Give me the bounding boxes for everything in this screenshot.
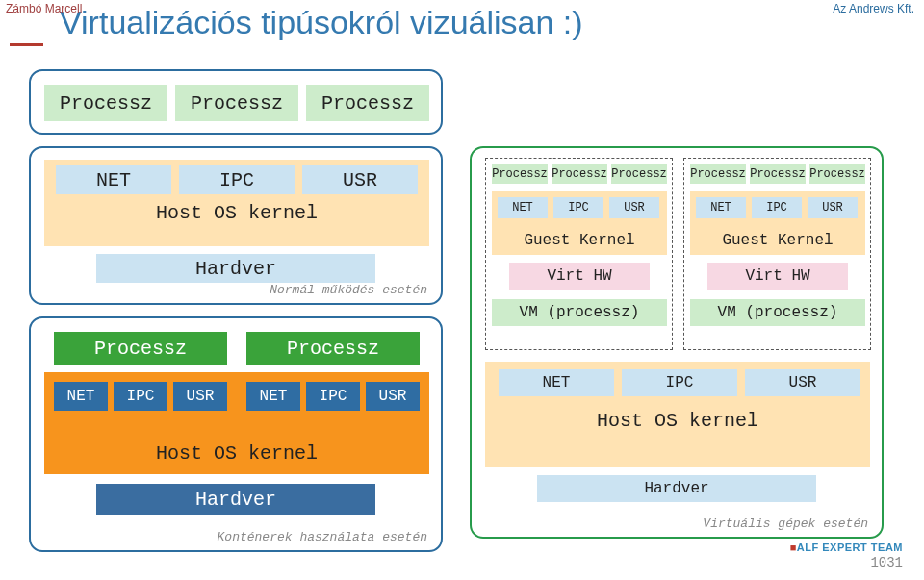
hardware-box: Hardver — [537, 475, 816, 502]
process-box: Processz — [44, 85, 167, 121]
page-title: Virtualizációs tipúsokról vizuálisan :) — [60, 4, 914, 41]
process-box: Processz — [306, 85, 429, 121]
diagram-stage: Processz Processz Processz Host OS kerne… — [29, 69, 895, 561]
caption-containers: Konténerek használata esetén — [218, 530, 427, 544]
virt-hw-box: Virt HW — [707, 263, 848, 290]
panel-containers: Processz Processz Host OS kernel NET IPC… — [29, 316, 443, 552]
caption-vms: Virtuális gépek esetén — [703, 517, 868, 531]
footer-logo: ■ALF EXPERT TEAM — [790, 542, 903, 553]
process-box: Processz — [750, 164, 806, 184]
ipc-box: IPC — [179, 165, 295, 194]
process-box: Processz — [246, 332, 420, 365]
usr-box: USR — [609, 197, 659, 218]
process-box: Processz — [492, 164, 548, 184]
vm-process-box: VM (processz) — [690, 299, 865, 326]
process-box: Processz — [809, 164, 865, 184]
panel-normal-mode: Host OS kernel NET IPC USR Hardver Normá… — [29, 146, 443, 305]
usr-box: USR — [745, 369, 860, 396]
ipc-box: IPC — [622, 369, 737, 396]
title-rule — [10, 43, 43, 46]
hardware-box: Hardver — [96, 484, 375, 515]
hardware-box: Hardver — [96, 254, 375, 283]
net-box: NET — [56, 165, 171, 194]
kernel-label: Host OS kernel — [597, 410, 758, 432]
company-label: Az Andrews Kft. — [833, 2, 914, 15]
net-box: NET — [246, 382, 300, 411]
virt-hw-box: Virt HW — [509, 263, 650, 290]
panel-processes-top: Processz Processz Processz — [29, 69, 443, 135]
process-box: Processz — [552, 164, 607, 184]
usr-box: USR — [808, 197, 858, 218]
usr-box: USR — [302, 165, 418, 194]
process-box: Processz — [611, 164, 667, 184]
ipc-box: IPC — [306, 382, 360, 411]
vm-block: Processz Processz Processz Guest Kernel … — [485, 158, 673, 350]
net-box: NET — [54, 382, 108, 411]
kernel-label: Host OS kernel — [156, 202, 318, 224]
process-box: Processz — [690, 164, 746, 184]
ipc-box: IPC — [752, 197, 802, 218]
guest-kernel-label: Guest Kernel — [722, 232, 833, 249]
net-box: NET — [498, 197, 548, 218]
caption-normal: Normál működés esetén — [270, 283, 427, 297]
process-box: Processz — [175, 85, 298, 121]
usr-box: USR — [366, 382, 420, 411]
usr-box: USR — [173, 382, 227, 411]
page-number: 1031 — [870, 555, 903, 570]
process-box: Processz — [54, 332, 227, 365]
vm-process-box: VM (processz) — [492, 299, 667, 326]
net-box: NET — [499, 369, 614, 396]
panel-vms: Processz Processz Processz Guest Kernel … — [470, 146, 884, 539]
ipc-box: IPC — [553, 197, 603, 218]
vm-block: Processz Processz Processz Guest Kernel … — [683, 158, 871, 350]
net-box: NET — [696, 197, 746, 218]
hardware-label: Hardver — [195, 489, 276, 511]
kernel-label: Host OS kernel — [156, 442, 318, 465]
ipc-box: IPC — [114, 382, 167, 411]
author-label: Zámbó Marcell — [6, 2, 82, 15]
guest-kernel-label: Guest Kernel — [524, 232, 634, 249]
